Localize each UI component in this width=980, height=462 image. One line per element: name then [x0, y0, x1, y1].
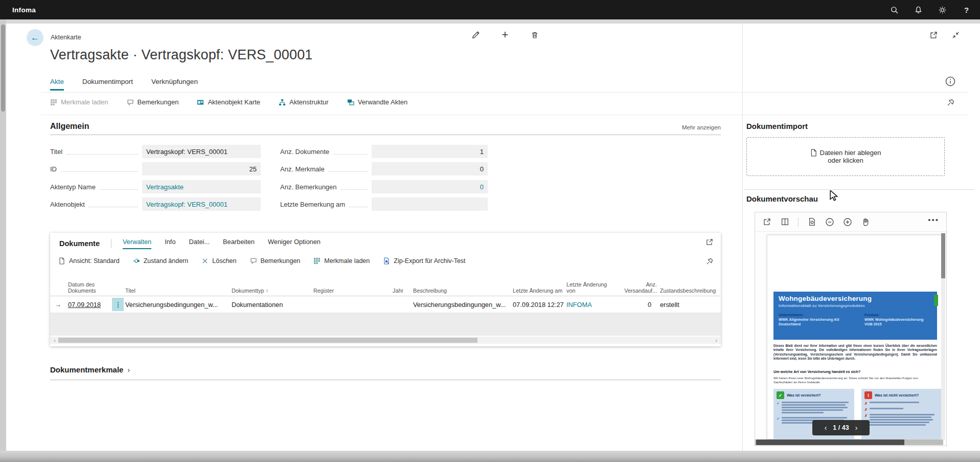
menu-datei[interactable]: Datei... [189, 238, 210, 249]
col-anz-versandauf[interactable]: Anz. Versandauf... [618, 281, 658, 296]
col-dokumenttyp[interactable]: Dokumenttyp ↑ [230, 288, 312, 296]
open-external-icon[interactable] [762, 217, 771, 227]
pin-icon[interactable] [947, 98, 955, 106]
action-zip-export[interactable]: Zip-Export für Archiv-Test [383, 257, 465, 265]
field-value-anz-dokumente[interactable]: 1 [372, 145, 488, 158]
cell-letzte-aenderung-am[interactable]: 07.09.2018 12:27 [511, 301, 565, 309]
settings-gear-icon[interactable] [938, 6, 947, 14]
scroll-right-icon[interactable]: › [713, 337, 720, 344]
preview-toolbar: ••• [755, 212, 946, 232]
cell-beschreibung[interactable]: Versicherungsbedingungen_w... [412, 301, 511, 309]
factbox-heading-dokumentimport: Dokumentimport [746, 122, 808, 130]
field-label: ID [50, 165, 57, 173]
col-register[interactable]: Register [312, 288, 391, 296]
add-icon[interactable]: + [500, 30, 510, 40]
delete-trash-icon[interactable] [530, 30, 540, 40]
field-aktentyp-name: Aktentyp Name Vertragsakte [50, 180, 261, 193]
cell-datum[interactable]: 07.09.2018 [66, 301, 110, 309]
tab-verknuepfungen[interactable]: Verknüpfungen [151, 78, 198, 91]
fit-to-screen-icon[interactable] [951, 31, 960, 39]
zoom-in-icon[interactable] [843, 217, 852, 227]
col-jahr[interactable]: Jahr [391, 288, 412, 296]
pdf-product-label: Produkt: [864, 313, 932, 317]
table-horizontal-scrollbar[interactable]: ‹ › [50, 337, 721, 344]
pdf-page: Wohngebäudeversicherung Informationsblat… [767, 235, 943, 439]
field-value-aktentyp[interactable]: Vertragsakte [142, 180, 261, 193]
field-value-id[interactable]: 25 [142, 162, 261, 175]
more-options-icon[interactable]: ••• [928, 215, 939, 224]
next-page-icon[interactable]: › [855, 424, 858, 431]
open-in-new-window-icon[interactable] [929, 31, 938, 39]
field-id: ID 25 [50, 162, 261, 175]
preview-horizontal-thumb[interactable] [756, 439, 904, 445]
action-bemerkungen-liste[interactable]: Bemerkungen [250, 257, 301, 265]
cell-titel[interactable]: Versicherungsbedingungen_w... [124, 301, 230, 309]
field-label: Anz. Merkmale [280, 165, 325, 173]
breadcrumb[interactable]: Aktenkarte [51, 34, 81, 41]
page-vertical-scrollbar[interactable] [0, 19, 6, 462]
field-value-letzte-bemerkung[interactable] [372, 197, 488, 211]
grid-icon [313, 257, 321, 265]
preview-vertical-thumb[interactable] [941, 233, 945, 278]
info-circle-icon[interactable] [945, 76, 956, 87]
cell-anz-versandauf[interactable]: 0 [618, 301, 658, 309]
action-zustand-aendern[interactable]: Zustand ändern [133, 257, 189, 265]
action-ansicht-standard[interactable]: Ansicht: Standard [58, 257, 120, 265]
previous-page-icon[interactable]: ‹ [825, 424, 827, 431]
cell-dokumenttyp[interactable]: Dokumentationen [230, 301, 312, 309]
action-loeschen[interactable]: Löschen [201, 257, 236, 265]
section-dokumentmerkmale[interactable]: Dokumentmerkmale › [50, 365, 130, 374]
cell-zustandsbeschreibung[interactable]: erstellt [658, 301, 721, 309]
field-value-anz-bemerkungen[interactable]: 0 [372, 180, 488, 193]
menu-info[interactable]: Info [165, 238, 175, 249]
cell-letzte-aenderung-von[interactable]: INFOMA [565, 301, 618, 309]
table-row[interactable]: → 07.09.2018 ⋮ Versicherungsbedingungen_… [50, 296, 721, 313]
window-controls [929, 31, 960, 39]
card-icon [197, 99, 204, 106]
col-titel[interactable]: Titel [124, 288, 230, 296]
file-dropzone[interactable]: Dateien hier ablegen oder klicken [746, 137, 945, 176]
action-merkmale-laden[interactable]: Merkmale laden [50, 98, 108, 106]
notifications-bell-icon[interactable] [914, 6, 923, 14]
action-aktenstruktur[interactable]: Aktenstruktur [279, 98, 329, 106]
row-options-dots-icon[interactable]: ⋮ [112, 298, 124, 311]
col-zustandsbeschreibung[interactable]: Zustandsbeschreibung [658, 288, 721, 296]
edit-pencil-icon[interactable] [470, 30, 481, 40]
side-by-side-icon[interactable] [780, 217, 789, 227]
tab-dokumentimport[interactable]: Dokumentimport [82, 78, 133, 91]
scroll-left-icon[interactable]: ‹ [51, 337, 58, 344]
pin-icon[interactable] [706, 257, 714, 265]
pan-hand-icon[interactable] [861, 217, 870, 227]
pdf-header-block: Wohngebäudeversicherung Informationsblat… [773, 292, 937, 340]
field-value-anz-merkmale[interactable]: 0 [372, 162, 488, 175]
back-button[interactable]: ← [27, 29, 43, 46]
tab-akte[interactable]: Akte [50, 78, 64, 91]
comment-icon [127, 99, 134, 106]
sort-ascending-icon: ↑ [266, 288, 268, 294]
action-bemerkungen[interactable]: Bemerkungen [127, 98, 179, 106]
chevron-right-icon: › [127, 366, 130, 374]
col-letzte-aenderung-von[interactable]: Letzte Änderung von [565, 281, 618, 296]
field-value-aktenobjekt[interactable]: Vertragskopf: VERS_00001 [142, 197, 261, 211]
action-aktenobjekt-karte[interactable]: Aktenobjekt Karte [197, 98, 260, 106]
zoom-out-icon[interactable] [825, 217, 834, 227]
col-datum[interactable]: Datum des Dokuments [66, 281, 110, 296]
comment-icon [250, 257, 257, 265]
page-view-icon[interactable] [807, 217, 816, 227]
warning-icon: ! [864, 391, 872, 399]
help-icon[interactable]: ? [962, 6, 971, 14]
menu-weniger-optionen[interactable]: Weniger Optionen [268, 238, 321, 249]
document-preview-panel: ••• Wohngebäudeversicherung Informations… [755, 212, 947, 446]
field-value-titel[interactable]: Vertragskopf: VERS_00001 [142, 145, 261, 158]
menu-bearbeiten[interactable]: Bearbeiten [223, 238, 255, 249]
mehr-anzeigen-link[interactable]: Mehr anzeigen [674, 124, 721, 130]
col-beschreibung[interactable]: Beschreibung [412, 288, 511, 296]
action-merkmale-laden-liste[interactable]: Merkmale laden [313, 257, 370, 265]
menu-verwalten[interactable]: Verwalten [123, 238, 151, 249]
scrollbar-thumb[interactable] [58, 338, 477, 343]
action-verwandte-akten[interactable]: Verwandte Akten [347, 98, 408, 106]
open-list-in-window-icon[interactable] [705, 238, 714, 246]
col-letzte-aenderung-am[interactable]: Letzte Änderung am [511, 288, 565, 296]
related-windows-icon [347, 99, 354, 106]
search-icon[interactable] [890, 6, 899, 14]
